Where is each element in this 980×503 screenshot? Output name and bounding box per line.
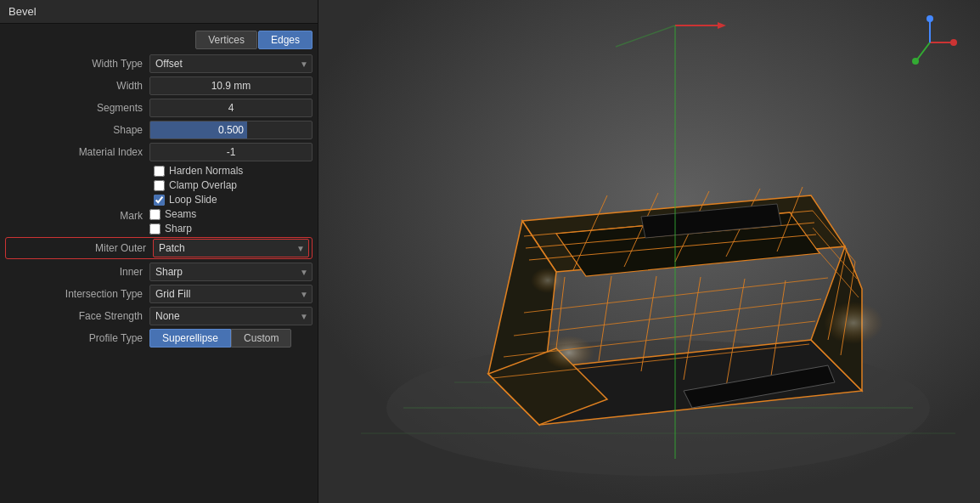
mark-checks: Seams Sharp [149, 208, 196, 235]
loop-slide-label[interactable]: Loop Slide [154, 194, 217, 206]
svg-point-46 [912, 58, 919, 65]
width-type-row: Width Type OffsetWidthDepthPercent ▼ [5, 54, 313, 73]
miter-outer-label: Miter Outer [8, 242, 153, 254]
panel-title: Bevel [0, 0, 318, 24]
sharp-item: Sharp [149, 223, 196, 235]
sharp-checkbox[interactable] [149, 223, 161, 235]
segments-field[interactable]: 4 [149, 99, 313, 117]
vertices-button[interactable]: Vertices [195, 31, 257, 49]
width-field[interactable]: 10.9 mm [149, 76, 313, 95]
mark-row: Mark Seams Sharp [5, 208, 313, 235]
width-type-select-wrap: OffsetWidthDepthPercent ▼ [149, 54, 313, 73]
material-index-row: Material Index -1 [5, 143, 313, 161]
face-strength-select-wrap: NoneNewAffectedAll ▼ [149, 307, 313, 325]
clamp-overlap-checkbox[interactable] [154, 180, 165, 191]
face-strength-row: Face Strength NoneNewAffectedAll ▼ [5, 307, 313, 325]
clamp-overlap-row: Clamp Overlap [5, 179, 313, 191]
custom-button[interactable]: Custom [231, 329, 291, 348]
intersection-type-label: Intersection Type [5, 288, 149, 300]
segments-row: Segments 4 [5, 99, 313, 117]
seams-checkbox[interactable] [149, 209, 161, 220]
intersection-type-select-wrap: Grid FillCutoff ▼ [149, 285, 313, 303]
mark-label: Mark [5, 208, 149, 222]
clamp-overlap-label[interactable]: Clamp Overlap [154, 179, 237, 191]
material-index-field[interactable]: -1 [149, 143, 313, 161]
width-type-select[interactable]: OffsetWidthDepthPercent [149, 54, 313, 73]
affect-btn-group: Vertices Edges [195, 31, 313, 49]
inner-label: Inner [5, 266, 149, 278]
affect-row: Vertices Edges [5, 31, 313, 49]
intersection-type-row: Intersection Type Grid FillCutoff ▼ [5, 285, 313, 303]
profile-type-btn-group: Superellipse Custom [149, 329, 291, 348]
svg-point-12 [824, 302, 883, 344]
segments-label: Segments [5, 102, 149, 114]
svg-point-13 [531, 268, 565, 293]
superellipse-button[interactable]: Superellipse [149, 329, 231, 348]
profile-type-label: Profile Type [5, 332, 149, 344]
harden-normals-label[interactable]: Harden Normals [154, 165, 243, 177]
viewport-svg [318, 0, 980, 503]
inner-select[interactable]: SharpArc [149, 263, 313, 281]
profile-type-row: Profile Type Superellipse Custom [5, 329, 313, 348]
loop-slide-row: Loop Slide [5, 194, 313, 206]
panel-content: Vertices Edges Width Type OffsetWidthDep… [0, 24, 318, 503]
shape-label: Shape [5, 124, 149, 136]
width-type-label: Width Type [5, 58, 149, 70]
inner-row: Inner SharpArc ▼ [5, 263, 313, 281]
inner-select-wrap: SharpArc ▼ [149, 263, 313, 281]
harden-normals-checkbox[interactable] [154, 166, 165, 177]
seams-item: Seams [149, 208, 196, 220]
miter-outer-row: Miter Outer SharpPatchArc ▼ [5, 237, 313, 259]
material-index-label: Material Index [5, 146, 149, 158]
shape-row: Shape 0.500 [5, 121, 313, 139]
face-strength-select[interactable]: NoneNewAffectedAll [149, 307, 313, 325]
face-strength-label: Face Strength [5, 310, 149, 322]
bevel-panel: Bevel Vertices Edges Width Type OffsetWi… [0, 0, 318, 503]
harden-normals-row: Harden Normals [5, 165, 313, 177]
svg-point-44 [950, 39, 957, 46]
miter-outer-select[interactable]: SharpPatchArc [153, 239, 309, 257]
width-label: Width [5, 80, 149, 92]
shape-field[interactable]: 0.500 [149, 121, 313, 139]
svg-point-48 [926, 15, 933, 22]
seams-label: Seams [165, 208, 196, 220]
loop-slide-checkbox[interactable] [154, 195, 165, 206]
intersection-type-select[interactable]: Grid FillCutoff [149, 285, 313, 303]
edges-button[interactable]: Edges [258, 31, 313, 49]
svg-point-11 [544, 336, 594, 370]
miter-outer-select-wrap: SharpPatchArc ▼ [153, 239, 309, 257]
3d-viewport[interactable] [318, 0, 980, 503]
width-row: Width 10.9 mm [5, 76, 313, 95]
sharp-label: Sharp [165, 223, 192, 235]
